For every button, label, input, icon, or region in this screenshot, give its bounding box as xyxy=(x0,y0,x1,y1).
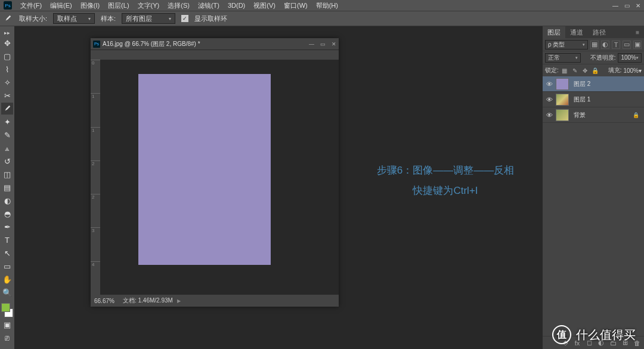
shape-tool-icon[interactable]: ▭ xyxy=(1,260,13,272)
blur-tool-icon[interactable]: ◐ xyxy=(1,194,13,206)
sample-size-dropdown[interactable]: 取样点 ▾ xyxy=(53,13,95,24)
ruler-tick: 4 xyxy=(91,261,100,295)
menu-image[interactable]: 图像(I) xyxy=(80,1,100,10)
sample-dropdown[interactable]: 所有图层 ▾ xyxy=(122,13,175,24)
dodge-tool-icon[interactable]: ◓ xyxy=(1,208,13,220)
eraser-tool-icon[interactable]: ◫ xyxy=(1,168,13,180)
ruler-tick: 2 xyxy=(91,194,100,227)
chevron-down-icon: ▾ xyxy=(169,16,171,21)
ruler-corner xyxy=(91,50,100,60)
sample-size-label: 取样大小: xyxy=(19,14,47,23)
fill-input[interactable]: 100%▾ xyxy=(623,67,642,74)
tab-paths[interactable]: 路径 xyxy=(588,26,611,38)
panels-dock: 图层 通道 路径 ≡ ρ 类型 ▾ ▦ ◐ T ▭ ▣ 正常 ▾ xyxy=(543,26,644,349)
sample-label: 样本: xyxy=(101,14,116,23)
annotation-line: 步骤6：图像——调整——反相 xyxy=(353,160,538,181)
layer-name[interactable]: 背景 xyxy=(574,111,586,119)
eyedropper-tool-icon[interactable] xyxy=(1,103,13,115)
menu-select[interactable]: 选择(S) xyxy=(168,1,190,10)
visibility-eye-icon[interactable]: 👁 xyxy=(545,112,553,119)
layer-name[interactable]: 图层 1 xyxy=(574,95,590,104)
layer-thumbnail[interactable] xyxy=(556,78,569,90)
panel-menu-icon[interactable]: ≡ xyxy=(631,26,644,38)
eyedropper-tool-icon[interactable] xyxy=(4,14,13,23)
menu-edit[interactable]: 编辑(E) xyxy=(50,1,72,10)
brush-tool-icon[interactable]: ✎ xyxy=(1,129,13,141)
menu-file[interactable]: 文件(F) xyxy=(20,1,42,10)
layer-row[interactable]: 👁 图层 1 xyxy=(543,92,644,107)
doc-maximize-icon[interactable]: ▭ xyxy=(320,41,326,47)
filter-shape-icon[interactable]: ▭ xyxy=(623,41,631,49)
panel-tabs: 图层 通道 路径 ≡ xyxy=(543,26,644,38)
visibility-eye-icon[interactable]: 👁 xyxy=(545,81,553,88)
path-select-tool-icon[interactable]: ↖ xyxy=(1,247,13,259)
menu-filter[interactable]: 滤镜(T) xyxy=(198,1,219,10)
ruler-tick: 0 xyxy=(91,60,100,93)
app-frame: Ps 文件(F) 编辑(E) 图像(I) 图层(L) 文字(Y) 选择(S) 滤… xyxy=(0,0,644,349)
minimize-icon[interactable]: — xyxy=(612,2,618,9)
blend-row: 正常 ▾ 不透明度: 100%▾ xyxy=(543,51,644,64)
menu-view[interactable]: 视图(V) xyxy=(253,1,275,10)
marquee-tool-icon[interactable]: ▢ xyxy=(1,50,13,62)
sample-size-value: 取样点 xyxy=(57,14,77,23)
lock-all-icon[interactable]: 🔒 xyxy=(591,67,599,74)
filter-pixel-icon[interactable]: ▦ xyxy=(590,41,599,49)
document-title-bar[interactable]: Ps A16.jpg @ 66.7% (图层 2, RGB/8#) * — ▭ … xyxy=(91,38,339,50)
visibility-eye-icon[interactable]: 👁 xyxy=(545,96,553,103)
screenmode-tool-icon[interactable]: ⎚ xyxy=(1,332,13,344)
canvas-viewport[interactable] xyxy=(100,60,339,295)
quickmask-tool-icon[interactable]: ▣ xyxy=(1,319,13,331)
layer-row[interactable]: 👁 背景 🔒 xyxy=(543,107,644,123)
history-brush-tool-icon[interactable]: ↺ xyxy=(1,155,13,167)
layer-thumbnail[interactable] xyxy=(556,109,569,121)
status-arrow-icon[interactable]: ▶ xyxy=(177,298,181,304)
lock-position-icon[interactable]: ✥ xyxy=(581,67,589,74)
layer-thumbnail[interactable] xyxy=(556,94,569,106)
wand-tool-icon[interactable]: ✧ xyxy=(1,76,13,88)
tab-channels[interactable]: 通道 xyxy=(565,26,588,38)
filter-kind-dropdown[interactable]: ρ 类型 ▾ xyxy=(545,40,588,50)
type-tool-icon[interactable]: T xyxy=(1,234,13,246)
app-logo-icon: Ps xyxy=(4,1,12,10)
close-icon[interactable]: ✕ xyxy=(636,2,640,9)
layer-name[interactable]: 图层 2 xyxy=(574,80,590,88)
lock-paint-icon[interactable]: ✎ xyxy=(571,67,579,74)
doc-minimize-icon[interactable]: — xyxy=(309,41,314,47)
menu-type[interactable]: 文字(Y) xyxy=(138,1,160,10)
crop-tool-icon[interactable]: ✂ xyxy=(1,89,13,101)
lock-transparency-icon[interactable]: ▦ xyxy=(561,67,569,74)
doc-close-icon[interactable]: ✕ xyxy=(332,41,336,47)
gradient-tool-icon[interactable]: ▤ xyxy=(1,181,13,193)
layer-row[interactable]: 👁 图层 2 xyxy=(543,76,644,92)
menu-3d[interactable]: 3D(D) xyxy=(228,2,245,9)
lasso-tool-icon[interactable]: ⌇ xyxy=(1,63,13,75)
clone-tool-icon[interactable]: ⟁ xyxy=(1,142,13,154)
color-swatches[interactable] xyxy=(1,303,13,317)
show-ring-checkbox[interactable]: ✓ xyxy=(181,15,188,22)
opacity-input[interactable]: 100%▾ xyxy=(618,53,642,63)
healing-tool-icon[interactable]: ✦ xyxy=(1,116,13,128)
zoom-tool-icon[interactable]: 🔍 xyxy=(1,286,13,298)
filter-type-icon[interactable]: T xyxy=(612,41,620,49)
menu-layer[interactable]: 图层(L) xyxy=(108,1,129,10)
hand-tool-icon[interactable]: ✋ xyxy=(1,273,13,285)
filter-smart-icon[interactable]: ▣ xyxy=(633,41,642,49)
tab-layers[interactable]: 图层 xyxy=(543,26,565,38)
horizontal-ruler xyxy=(100,50,339,60)
menu-window[interactable]: 窗口(W) xyxy=(284,1,308,10)
blend-mode-dropdown[interactable]: 正常 ▾ xyxy=(545,53,581,63)
filter-adjust-icon[interactable]: ◐ xyxy=(601,41,609,49)
ruler-tick: 3 xyxy=(91,227,100,261)
maximize-icon[interactable]: ▭ xyxy=(624,2,630,9)
zoom-value[interactable]: 66.67% xyxy=(94,298,114,304)
fg-color-swatch[interactable] xyxy=(1,303,10,312)
chevron-down-icon: ▾ xyxy=(575,55,578,60)
move-tool-icon[interactable]: ✥ xyxy=(1,37,13,49)
menu-help[interactable]: 帮助(H) xyxy=(316,1,338,10)
document-content: 0 1 1 2 2 3 4 xyxy=(91,50,339,295)
pen-tool-icon[interactable]: ✒ xyxy=(1,221,13,233)
canvas-area: Ps A16.jpg @ 66.7% (图层 2, RGB/8#) * — ▭ … xyxy=(14,26,543,349)
doc-status-label: 文档: xyxy=(123,297,137,304)
lock-label: 锁定: xyxy=(545,66,559,75)
tool-collapse-icon[interactable]: ▸▸ xyxy=(4,30,10,36)
